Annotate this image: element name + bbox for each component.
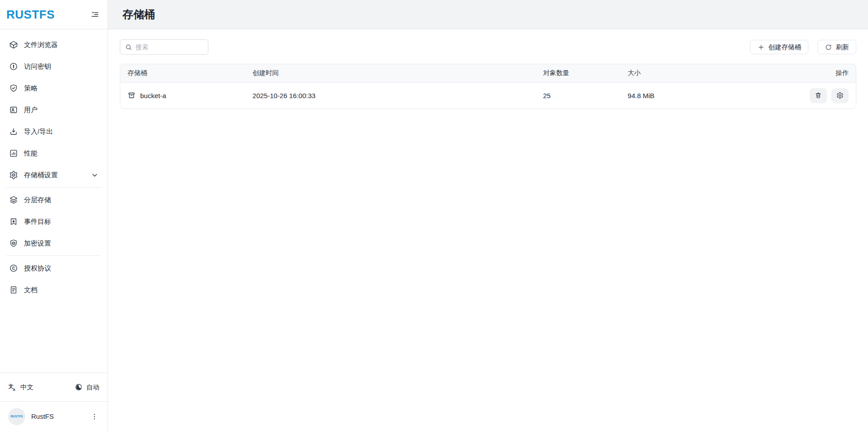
refresh-label: 刷新 <box>836 43 849 52</box>
create-bucket-label: 创建存储桶 <box>769 43 802 52</box>
app-root: RUSTFS 文件浏览器 <box>0 0 868 431</box>
sidebar-divider <box>6 256 101 256</box>
sidebar-item-label: 文档 <box>24 286 38 294</box>
sidebar-item-performance[interactable]: 性能 <box>4 142 104 164</box>
sidebar-divider <box>6 187 101 188</box>
copyright-icon <box>9 264 18 273</box>
delete-bucket-button[interactable] <box>810 88 827 103</box>
document-icon <box>9 285 18 294</box>
sidebar-item-label: 访问密钥 <box>24 62 51 71</box>
gear-icon <box>836 92 844 99</box>
account-name: RustFS <box>31 412 54 420</box>
account-row[interactable]: RUSTFS RustFS <box>0 401 108 431</box>
sidebar-item-event-targets[interactable]: 事件目标 <box>4 211 104 232</box>
sidebar-item-import-export[interactable]: 导入/导出 <box>4 121 104 142</box>
bucket-objects: 25 <box>536 82 620 109</box>
table-row[interactable]: bucket-a 2025-10-26 16:00:33 25 94.8 MiB <box>120 82 856 109</box>
sidebar-item-label: 加密设置 <box>24 239 51 248</box>
col-created: 创建时间 <box>245 64 536 82</box>
bucket-created: 2025-10-26 16:00:33 <box>245 82 536 109</box>
main-area: 存储桶 <box>108 0 868 431</box>
buckets-table: 存储桶 创建时间 对象数量 大小 操作 <box>120 64 856 109</box>
shield-check-icon <box>9 84 18 93</box>
sidebar-item-encryption-settings[interactable]: 加密设置 <box>4 232 104 254</box>
sidebar: RUSTFS 文件浏览器 <box>0 0 108 431</box>
outdent-icon <box>90 10 99 19</box>
user-card-icon <box>9 105 18 114</box>
sidebar-item-label: 存储桶设置 <box>24 171 58 180</box>
performance-chart-icon <box>9 149 18 158</box>
bucket-settings-button[interactable] <box>831 88 849 103</box>
col-size: 大小 <box>620 64 801 82</box>
sidebar-header: RUSTFS <box>0 0 108 29</box>
rustfs-logo: RUSTFS <box>6 8 55 22</box>
import-export-icon <box>9 127 18 136</box>
create-bucket-button[interactable]: 创建存储桶 <box>750 40 809 54</box>
trash-icon <box>815 92 822 99</box>
theme-toggle[interactable]: 自动 <box>75 383 99 392</box>
content: 创建存储桶 刷新 <box>108 29 868 119</box>
sidebar-item-users[interactable]: 用户 <box>4 99 104 121</box>
search-icon <box>125 43 132 51</box>
col-bucket: 存储桶 <box>120 64 245 82</box>
col-objects: 对象数量 <box>536 64 620 82</box>
translate-icon: 文 A <box>8 383 17 392</box>
sidebar-item-label: 文件浏览器 <box>24 41 58 49</box>
layers-icon <box>9 195 18 204</box>
account-menu-button[interactable] <box>88 410 101 423</box>
plus-icon <box>757 43 765 51</box>
refresh-icon <box>825 43 832 51</box>
keyhole-circle-icon <box>9 62 18 71</box>
sidebar-item-policies[interactable]: 策略 <box>4 77 104 99</box>
sidebar-item-file-browser[interactable]: 文件浏览器 <box>4 34 104 56</box>
search-input[interactable] <box>136 43 203 51</box>
refresh-button[interactable]: 刷新 <box>817 40 856 54</box>
sidebar-item-access-keys[interactable]: 访问密钥 <box>4 56 104 77</box>
sidebar-item-label: 性能 <box>24 149 38 158</box>
auto-theme-icon <box>75 383 83 391</box>
sidebar-item-label: 用户 <box>24 106 38 114</box>
gear-icon <box>9 171 18 180</box>
svg-text:A: A <box>13 387 15 391</box>
avatar: RUSTFS <box>8 408 25 425</box>
toolbar-buttons: 创建存储桶 刷新 <box>750 40 857 54</box>
bucket-size: 94.8 MiB <box>620 82 801 109</box>
bucket-name: bucket-a <box>140 92 166 99</box>
col-actions: 操作 <box>801 64 856 82</box>
page-title: 存储桶 <box>123 7 155 22</box>
shield-lock-icon <box>9 239 18 248</box>
sidebar-item-label: 策略 <box>24 84 38 93</box>
sidebar-item-license[interactable]: 授权协议 <box>4 257 104 279</box>
page-header: 存储桶 <box>108 0 868 29</box>
sidebar-item-label: 分层存储 <box>24 196 51 204</box>
search-box <box>120 39 208 55</box>
bookmark-star-icon <box>9 217 18 226</box>
toolbar: 创建存储桶 刷新 <box>120 39 856 55</box>
sidebar-item-tiered-storage[interactable]: 分层存储 <box>4 189 104 211</box>
theme-label: 自动 <box>86 383 99 392</box>
sidebar-item-label: 授权协议 <box>24 264 51 273</box>
sidebar-item-docs[interactable]: 文档 <box>4 279 104 301</box>
sidebar-footer: 文 A 中文 自动 RUST <box>0 373 108 431</box>
table-header-row: 存储桶 创建时间 对象数量 大小 操作 <box>120 64 856 82</box>
sidebar-item-label: 事件目标 <box>24 218 51 226</box>
language-label: 中文 <box>20 383 33 392</box>
bucket-icon <box>127 91 136 99</box>
sidebar-footer-row: 文 A 中文 自动 <box>0 373 108 401</box>
kebab-menu-icon <box>90 412 99 421</box>
sidebar-item-label: 导入/导出 <box>24 128 53 136</box>
chevron-down-icon <box>91 171 99 179</box>
sidebar-nav: 文件浏览器 访问密钥 <box>0 29 108 373</box>
row-actions <box>808 88 849 103</box>
language-switcher[interactable]: 文 A 中文 <box>8 383 33 392</box>
cube-icon <box>9 40 18 49</box>
collapse-sidebar-button[interactable] <box>90 10 99 19</box>
sidebar-item-bucket-settings[interactable]: 存储桶设置 <box>4 164 104 186</box>
